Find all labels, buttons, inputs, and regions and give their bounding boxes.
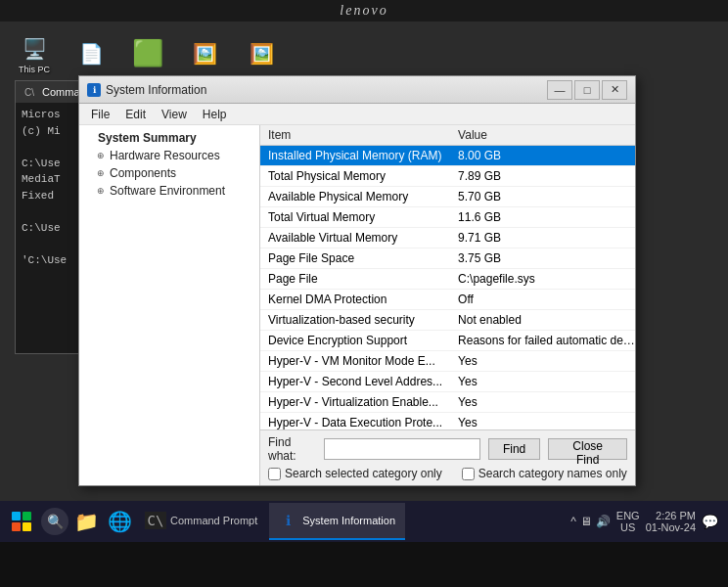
expander-hardware: ⊕: [97, 151, 107, 160]
tree-label-software: Software Environment: [110, 184, 225, 198]
find-label: Find what:: [268, 435, 316, 463]
sysinfo-icon-symbol: ℹ: [286, 513, 291, 528]
start-icon-br: [23, 522, 31, 531]
table-row[interactable]: Hyper-V - Second Level Addres...Yes: [260, 372, 635, 392]
menu-file[interactable]: File: [83, 106, 117, 123]
menu-view[interactable]: View: [154, 106, 195, 123]
tree-item-software[interactable]: ⊕ Software Environment: [79, 182, 259, 200]
taskbar-search[interactable]: 🔍: [41, 508, 68, 535]
close-button[interactable]: ✕: [602, 80, 627, 100]
table-row[interactable]: Available Virtual Memory9.71 GB: [260, 228, 635, 248]
table-cell-item: Hyper-V - Second Level Addres...: [260, 372, 450, 392]
notification-icon[interactable]: 💬: [702, 514, 718, 529]
sysinfo-taskbar-icon: ℹ: [279, 512, 296, 529]
maximize-button[interactable]: □: [574, 80, 600, 100]
find-input[interactable]: [324, 438, 480, 460]
taskbar-file-explorer[interactable]: 📁: [70, 506, 102, 537]
table-row[interactable]: Total Virtual Memory11.6 GB: [260, 207, 635, 228]
region-label: US: [620, 521, 635, 533]
clock-time: 2:26 PM: [656, 510, 696, 521]
cmd-icon: C\: [22, 86, 37, 99]
table-row[interactable]: Kernel DMA ProtectionOff: [260, 290, 635, 310]
table-row[interactable]: Page FileC:\pagefile.sys: [260, 269, 635, 290]
table-cell-item: Hyper-V - Data Execution Prote...: [260, 413, 450, 430]
table-cell-value: Not enabled: [450, 310, 635, 331]
clock[interactable]: 2:26 PM 01-Nov-24: [646, 510, 696, 533]
table-cell-value: Reasons for failed automatic device en: [450, 331, 635, 351]
table-cell-value: 9.71 GB: [450, 228, 635, 248]
table-cell-item: Available Virtual Memory: [260, 228, 450, 248]
table-cell-item: Virtualization-based security: [260, 310, 450, 331]
brand-name: lenovo: [340, 3, 387, 19]
checkbox-category-names[interactable]: Search category names only: [462, 467, 627, 480]
desktop-icon-4[interactable]: 🖼️: [180, 38, 229, 69]
table-row[interactable]: Page File Space3.75 GB: [260, 248, 635, 269]
table-cell-item: Total Physical Memory: [260, 166, 450, 187]
desktop-icons-bar: 🖥️ This PC 📄 🟩 🖼️ 🖼️: [0, 26, 728, 80]
taskbar-app-cmd[interactable]: C\ Command Prompt: [137, 503, 267, 540]
taskbar-app-sysinfo[interactable]: ℹ System Information: [269, 503, 405, 540]
desktop-icon-thispc[interactable]: 🖥️ This PC: [10, 33, 59, 74]
table-cell-value: Yes: [450, 351, 635, 372]
table-cell-item: Kernel DMA Protection: [260, 290, 450, 310]
checkbox-names-input[interactable]: [462, 468, 475, 480]
desktop: 🖥️ This PC 📄 🟩 🖼️ 🖼️ C\ Command Prompt: [0, 22, 728, 501]
lang-region: ENG US: [616, 510, 640, 533]
desktop-icon-5[interactable]: 🖼️: [237, 38, 286, 69]
clock-date: 01-Nov-24: [646, 521, 696, 533]
tree-label-summary: System Summary: [98, 131, 197, 145]
desktop-icon-3[interactable]: 🟩: [123, 38, 172, 69]
table-row[interactable]: Hyper-V - Virtualization Enable...Yes: [260, 392, 635, 413]
table-row[interactable]: Device Encryption SupportReasons for fai…: [260, 331, 635, 351]
menu-help[interactable]: Help: [195, 106, 235, 123]
table-cell-item: Installed Physical Memory (RAM): [260, 146, 450, 166]
find-button[interactable]: Find: [488, 438, 540, 460]
checkbox-selected-label: Search selected category only: [285, 467, 442, 480]
table-cell-item: Device Encryption Support: [260, 331, 450, 351]
tree-item-components[interactable]: ⊕ Components: [79, 164, 259, 182]
lang-label: ENG: [616, 510, 640, 521]
data-table: Item Value Installed Physical Memory (RA…: [260, 125, 635, 429]
start-button[interactable]: [4, 504, 39, 539]
table-cell-value: 11.6 GB: [450, 207, 635, 228]
table-row[interactable]: Hyper-V - Data Execution Prote...Yes: [260, 413, 635, 430]
table-row[interactable]: Hyper-V - VM Monitor Mode E...Yes: [260, 351, 635, 372]
table-cell-value: 5.70 GB: [450, 187, 635, 207]
minimize-button[interactable]: —: [547, 80, 572, 100]
start-icon-bl: [12, 522, 21, 531]
image-icon-1: 🖼️: [189, 38, 220, 69]
tree-item-summary[interactable]: System Summary: [79, 129, 259, 147]
sysinfo-window[interactable]: ℹ System Information — □ ✕ File Edit Vie…: [78, 75, 636, 486]
table-row[interactable]: Available Physical Memory5.70 GB: [260, 187, 635, 207]
table-row[interactable]: Total Physical Memory7.89 GB: [260, 166, 635, 187]
tray-expand-icon[interactable]: ^: [570, 515, 576, 528]
table-cell-item: Page File: [260, 269, 450, 290]
table-cell-item: Available Physical Memory: [260, 187, 450, 207]
tree-item-hardware[interactable]: ⊕ Hardware Resources: [79, 147, 259, 164]
checkbox-selected-category[interactable]: Search selected category only: [268, 467, 442, 480]
table-row[interactable]: Virtualization-based securityNot enabled: [260, 310, 635, 331]
desktop-icon-2[interactable]: 📄: [67, 38, 115, 69]
table-cell-item: Hyper-V - Virtualization Enable...: [260, 392, 450, 413]
sys-tray: ^ 🖥 🔊: [570, 515, 611, 528]
expander-components: ⊕: [97, 168, 107, 178]
checkbox-selected-input[interactable]: [268, 468, 281, 480]
tree-label-components: Components: [110, 166, 176, 180]
table-row[interactable]: Installed Physical Memory (RAM)8.00 GB: [260, 146, 635, 166]
table-cell-item: Page File Space: [260, 248, 450, 269]
table-cell-item: Hyper-V - VM Monitor Mode E...: [260, 351, 450, 372]
tree-label-hardware: Hardware Resources: [110, 149, 220, 162]
tray-volume-icon[interactable]: 🔊: [596, 515, 611, 528]
close-find-button[interactable]: Close Find: [548, 438, 627, 460]
menu-edit[interactable]: Edit: [117, 106, 154, 123]
sysinfo-title-text: System Information: [106, 83, 206, 97]
sysinfo-content: System Summary ⊕ Hardware Resources ⊕ Co…: [79, 125, 635, 485]
tray-display-icon: 🖥: [580, 515, 592, 528]
file-explorer-icon: 📁: [74, 510, 99, 533]
cmd-icon-symbol: C\: [145, 512, 167, 529]
table-cell-value: 7.89 GB: [450, 166, 635, 187]
table-cell-item: Total Virtual Memory: [260, 207, 450, 228]
right-panel-wrapper[interactable]: Item Value Installed Physical Memory (RA…: [260, 125, 635, 429]
taskbar-cmd-label: Command Prompt: [170, 515, 257, 526]
taskbar-chrome[interactable]: 🌐: [104, 506, 135, 537]
